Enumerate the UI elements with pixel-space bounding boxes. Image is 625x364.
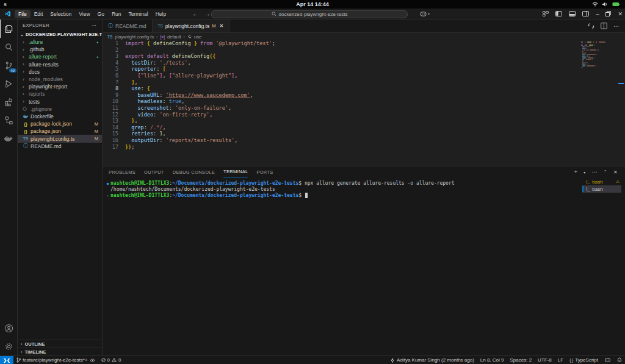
file-package-lock.json[interactable]: {}package-lock.jsonM (18, 120, 102, 127)
tab-close-icon[interactable]: ✕ (219, 23, 223, 29)
panel-tab-output[interactable]: OUTPUT (144, 166, 164, 177)
menu-view[interactable]: View (75, 10, 93, 18)
customize-layout-icon[interactable] (543, 11, 549, 16)
menu-terminal[interactable]: Terminal (125, 10, 152, 18)
menu-file[interactable]: File (15, 10, 31, 18)
explorer-more-actions-icon[interactable]: ⋯ (92, 23, 98, 28)
new-terminal-icon[interactable]: + (574, 169, 578, 175)
remote-indicator[interactable]: ❯❮ (0, 356, 13, 364)
panel-tab-ports[interactable]: PORTS (256, 166, 273, 177)
git-branch-item[interactable]: feature/playwright-e2e-tests*+ (13, 356, 98, 364)
remote-explorer-icon[interactable] (0, 111, 18, 129)
indentation-item[interactable]: Spaces: 2 (507, 356, 535, 364)
folder-reports[interactable]: ›reports (18, 90, 102, 98)
os-system-tray[interactable] (592, 2, 620, 7)
menu-edit[interactable]: Edit (31, 10, 47, 18)
panel-tab-problems[interactable]: PROBLEMS (109, 166, 135, 177)
menu-selection[interactable]: Selection (46, 10, 75, 18)
menu-go[interactable]: Go (94, 10, 108, 18)
file-playwright.config.ts[interactable]: TSplaywright.config.tsM (18, 135, 102, 142)
folder-tests[interactable]: ›tests (18, 98, 102, 105)
source-control-icon[interactable]: 42 (0, 56, 18, 74)
explorer-icon[interactable] (0, 20, 18, 38)
folder-docs[interactable]: ›docs (18, 68, 102, 76)
docker-icon[interactable] (0, 129, 18, 148)
terminal-output[interactable]: ●nashtech@INL-D1TTLX3:~/Documents/docker… (103, 178, 583, 355)
search-icon (272, 12, 276, 16)
minimap-line (581, 67, 616, 68)
eol-item[interactable]: LF (555, 356, 566, 364)
menu-run[interactable]: Run (108, 10, 125, 18)
close-button[interactable]: ✕ (618, 11, 623, 17)
minimize-button[interactable]: – (596, 11, 599, 17)
code-line: 7 ], (103, 79, 625, 86)
code-line: 9 baseURL: 'https://www.saucedemo.com', (103, 92, 625, 99)
folder-.allure[interactable]: ›.allure● (18, 38, 102, 46)
file-.gitignore[interactable]: .gitignore (18, 105, 102, 113)
folder-allure-results[interactable]: ›allure-results (18, 61, 102, 68)
tab-README.md[interactable]: ⓘREADME.md (103, 20, 153, 32)
outline-section[interactable]: › OUTLINE (18, 340, 102, 348)
accounts-icon[interactable] (0, 319, 18, 337)
menu-help[interactable]: Help (152, 10, 170, 18)
os-clock[interactable]: Apr 14 14:44 (296, 1, 329, 7)
open-changes-icon[interactable] (588, 23, 594, 29)
maximize-panel-icon[interactable]: ⌃ (604, 170, 607, 174)
run-debug-icon[interactable] (0, 74, 18, 93)
tab-playwright.config.ts[interactable]: TSplaywright.config.tsM✕ (153, 20, 230, 32)
copilot-icon (420, 11, 427, 17)
code-line: 1import { defineConfig } from '@playwrig… (103, 40, 625, 47)
copilot-menu[interactable]: ▾ (420, 11, 430, 17)
terminal-tab-bash[interactable]: 〉_bash⚠ (582, 178, 621, 185)
breadcrumb-file[interactable]: playwright.config.ts (115, 34, 154, 40)
problems-item[interactable]: 0 0 (98, 356, 125, 364)
nav-back-icon[interactable]: ← (192, 10, 198, 17)
code-editor[interactable]: 1import { defineConfig } from '@playwrig… (103, 40, 625, 166)
breadcrumb-symbol-use[interactable]: use (194, 34, 201, 40)
toggle-secondary-sidebar-icon[interactable] (582, 11, 589, 16)
terminal-tab-bash[interactable]: 〉_bash (582, 185, 621, 193)
breadcrumb-symbol-default[interactable]: default (167, 34, 181, 40)
panel-tab-terminal[interactable]: TERMINAL (223, 166, 248, 177)
cursor-marker (618, 83, 624, 84)
minimap[interactable] (581, 41, 616, 68)
panel-tab-debug-console[interactable]: DEBUG CONSOLE (173, 166, 215, 177)
settings-gear-icon[interactable] (0, 337, 18, 355)
language-item[interactable]: { } TypeScript (566, 356, 601, 364)
more-actions-icon[interactable]: ⋯ (592, 169, 598, 175)
command-center-search[interactable]: dockerized-playwright-e2e-tests (211, 10, 408, 18)
notifications-item[interactable] (614, 356, 625, 364)
timeline-section[interactable]: › TIMELINE (18, 348, 102, 355)
folder-playwright-report[interactable]: ›playwright-report (18, 83, 102, 90)
file-README.md[interactable]: ⓘREADME.md (18, 143, 102, 150)
battery-icon[interactable] (612, 2, 620, 7)
errors-icon (101, 358, 106, 362)
file-package.json[interactable]: {}package.jsonM (18, 127, 102, 135)
git-blame-item[interactable]: Aditya Kumar Singh (2 months ago) (387, 356, 477, 364)
folder-node_modules[interactable]: ›node_modules (18, 76, 102, 83)
nav-forward-icon[interactable]: → (204, 10, 211, 17)
folder-allure-report[interactable]: ›allure-report● (18, 53, 102, 60)
eye-icon[interactable] (90, 359, 95, 362)
volume-icon[interactable] (602, 2, 608, 7)
terminal-dropdown-icon[interactable]: ▾ (583, 170, 585, 174)
restore-button[interactable] (605, 11, 611, 16)
editor-actions: ⋯ (588, 20, 625, 32)
copilot-status-item[interactable] (601, 356, 614, 364)
toggle-panel-icon[interactable] (569, 11, 576, 16)
code-line: 14 grep: /.*/, (103, 124, 625, 131)
split-editor-icon[interactable] (601, 23, 607, 29)
file-Dockerfile[interactable]: Dockerfile (18, 113, 102, 120)
overview-ruler[interactable] (618, 40, 624, 166)
cursor-position-item[interactable]: Ln 8, Col 9 (477, 356, 507, 364)
search-icon[interactable] (0, 38, 18, 56)
explorer-root-folder[interactable]: ⌄ DOCKERIZED-PLAYWRIGHT-E2E-TESTS (18, 30, 102, 38)
wifi-icon[interactable] (592, 2, 598, 7)
toggle-sidebar-icon[interactable] (555, 11, 562, 16)
encoding-item[interactable]: UTF-8 (535, 356, 555, 364)
close-panel-icon[interactable]: ✕ (613, 170, 618, 175)
folder-.github[interactable]: ›.github (18, 46, 102, 53)
extensions-icon[interactable] (0, 93, 18, 111)
symbol-variable-icon: [≡] (161, 35, 165, 39)
more-actions-icon[interactable]: ⋯ (613, 23, 619, 29)
